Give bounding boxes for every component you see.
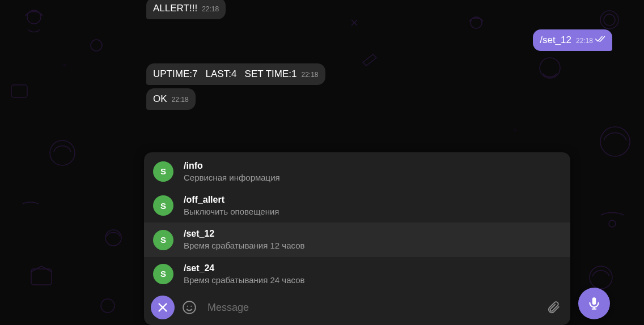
attach-icon[interactable] <box>542 296 565 319</box>
message-time: 22:18 <box>302 71 319 80</box>
message-out[interactable]: /set_12 22:18 <box>295 29 612 51</box>
message-input-row <box>144 291 570 325</box>
command-desc: Время срабатывания 24 часов <box>184 275 304 286</box>
svg-point-17 <box>187 306 188 307</box>
message-in[interactable]: OK 22:18 <box>146 88 464 110</box>
svg-point-16 <box>183 301 196 314</box>
message-text: /set_12 <box>540 34 571 46</box>
bot-avatar: S <box>153 230 173 250</box>
message-time: 22:18 <box>576 37 593 46</box>
message-in[interactable]: ALLERT!!! 22:18 <box>146 0 464 19</box>
message-input[interactable] <box>204 302 539 314</box>
bot-avatar: S <box>153 264 173 284</box>
command-panel: S /info Сервисная информация S /off_alle… <box>144 152 570 325</box>
command-desc: Время срабатывания 12 часов <box>184 240 304 251</box>
emoji-icon[interactable] <box>178 296 201 319</box>
command-name: /info <box>184 160 280 172</box>
voice-message-button[interactable] <box>578 288 610 319</box>
message-text: ALLERT!!! <box>153 2 197 15</box>
message-time: 22:18 <box>172 96 189 105</box>
bot-avatar: S <box>153 161 173 182</box>
message-time: 22:18 <box>202 5 219 14</box>
command-item-set-24[interactable]: S /set_24 Время срабатывания 24 часов <box>144 257 570 291</box>
command-item-set-12[interactable]: S /set_12 Время срабатывания 12 часов <box>144 223 570 256</box>
message-in[interactable]: UPTIME:7 LAST:4 SET TIME:1 22:18 <box>146 63 464 85</box>
svg-point-18 <box>190 306 192 307</box>
command-item-info[interactable]: S /info Сервисная информация <box>144 155 570 189</box>
command-name: /set_12 <box>184 228 304 240</box>
bot-avatar: S <box>153 195 173 216</box>
command-name: /off_allert <box>184 194 279 206</box>
close-commands-button[interactable] <box>151 296 175 319</box>
command-desc: Сервисная информация <box>184 172 280 183</box>
message-text: OK <box>153 93 167 105</box>
message-text: UPTIME:7 LAST:4 SET TIME:1 <box>153 68 297 80</box>
command-item-off-allert[interactable]: S /off_allert Выключить оповещения <box>144 189 570 223</box>
command-name: /set_24 <box>184 263 304 275</box>
command-desc: Выключить оповещения <box>184 206 279 217</box>
read-ticks-icon <box>595 35 605 43</box>
command-list: S /info Сервисная информация S /off_alle… <box>144 152 570 291</box>
